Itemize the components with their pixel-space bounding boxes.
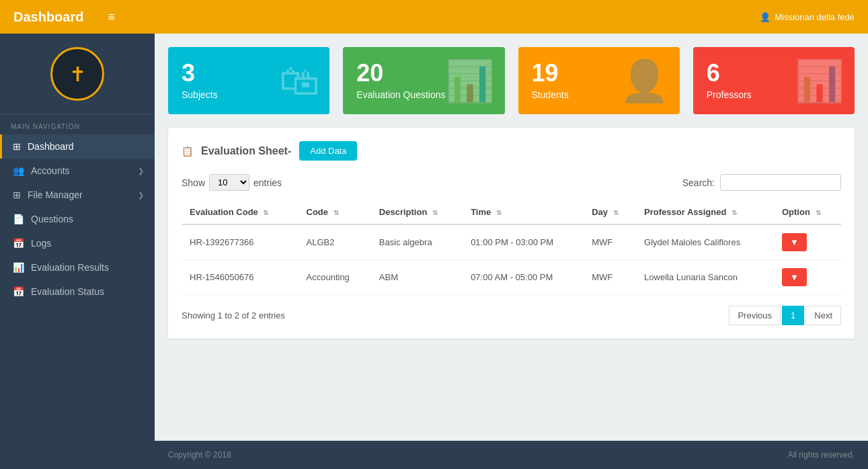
top-header: Dashboard ≡ 👤 Missionari della fede <box>0 0 868 34</box>
students-number: 19 <box>532 61 569 85</box>
add-data-button[interactable]: Add Data <box>299 141 357 161</box>
showing-text: Showing 1 to 2 of 2 entries <box>182 310 285 321</box>
subjects-icon: 🛍 <box>279 58 319 104</box>
logo-icon: ✝ <box>50 47 104 101</box>
col-code: Code ⇅ <box>299 200 371 224</box>
questions-icon: 📄 <box>13 214 24 224</box>
sort-icon: ⇅ <box>432 209 438 216</box>
cell-time: 01:00 PM - 03:00 PM <box>463 224 584 260</box>
table-controls: Show 10 25 50 100 entries Search: <box>182 174 841 191</box>
search-box: Search: <box>682 174 841 191</box>
cell-eval-code: HR-1392677366 <box>182 224 299 260</box>
subjects-label: Subjects <box>182 89 218 100</box>
cell-professor: Lowella Lunaria Sancon <box>636 260 774 295</box>
hamburger-icon[interactable]: ≡ <box>108 10 115 24</box>
col-time: Time ⇅ <box>463 200 584 224</box>
stats-row: 3 Subjects 🛍 20 Evaluation Questions 📊 1… <box>155 34 868 128</box>
cell-description: Basic algebra <box>371 224 463 260</box>
evaluation-table: Evaluation Code ⇅ Code ⇅ Description ⇅ <box>182 200 841 295</box>
table-header-row: Evaluation Code ⇅ Code ⇅ Description ⇅ <box>182 200 841 224</box>
stat-card-subjects: 3 Subjects 🛍 <box>168 47 329 114</box>
cell-option: ▼ <box>774 260 841 295</box>
subjects-number: 3 <box>182 61 218 85</box>
page-1-button[interactable]: 1 <box>782 306 804 325</box>
logs-icon: 📅 <box>13 238 24 249</box>
sidebar-item-label: Questions <box>31 214 73 224</box>
cell-option: ▼ <box>774 224 841 260</box>
cell-description: ABM <box>371 260 463 295</box>
accounts-icon: 👥 <box>13 165 24 176</box>
sidebar-item-label: Evaluation Results <box>31 262 109 273</box>
col-professor: Professor Assigned ⇅ <box>636 200 774 224</box>
option-dropdown-button[interactable]: ▼ <box>782 233 807 251</box>
sidebar-item-questions[interactable]: 📄 Questions <box>0 207 155 231</box>
brand-title: Dashboard <box>13 9 83 25</box>
search-input[interactable] <box>720 174 841 191</box>
sort-icon: ⇅ <box>613 209 619 216</box>
copyright: Copyright © 2018 <box>168 450 231 460</box>
show-entries: Show 10 25 50 100 entries <box>182 174 282 191</box>
sidebar-item-label: Logs <box>31 238 51 249</box>
previous-button[interactable]: Previous <box>729 306 781 325</box>
option-dropdown-button[interactable]: ▼ <box>782 268 807 286</box>
sidebar-item-label: Accounts <box>31 165 70 176</box>
sidebar-item-accounts[interactable]: 👥 Accounts ❯ <box>0 159 155 183</box>
sidebar: ✝ MAIN NAVIGATION ⊞ Dashboard 👥 Accounts… <box>0 34 155 469</box>
rights: All rights reserved. <box>788 450 855 460</box>
professors-icon: 📊 <box>794 57 844 105</box>
cell-eval-code: HR-1546050676 <box>182 260 299 295</box>
col-description: Description ⇅ <box>371 200 463 224</box>
students-icon: 👤 <box>619 57 670 105</box>
sheet-header: 📋 Evaluation Sheet- Add Data <box>182 141 841 161</box>
app-layout: ✝ MAIN NAVIGATION ⊞ Dashboard 👥 Accounts… <box>0 34 868 469</box>
col-day: Day ⇅ <box>584 200 636 224</box>
table-body: HR-1392677366 ALGB2 Basic algebra 01:00 … <box>182 224 841 295</box>
sort-icon: ⇅ <box>263 209 268 216</box>
sheet-title: Evaluation Sheet- <box>201 145 291 157</box>
sheet-icon: 📋 <box>182 146 193 157</box>
sidebar-item-logs[interactable]: 📅 Logs <box>0 231 155 255</box>
cell-code: Accounting <box>299 260 371 295</box>
user-info: 👤 Missionari della fede <box>760 12 855 22</box>
sort-icon: ⇅ <box>816 209 821 216</box>
cell-professor: Glydel Maloles Califlores <box>636 224 774 260</box>
sidebar-item-label: File Manager <box>28 189 83 200</box>
sidebar-logo: ✝ <box>0 34 155 115</box>
user-name: Missionari della fede <box>775 12 855 22</box>
stat-card-professors: 6 Professors 📊 <box>693 47 855 114</box>
pagination-buttons: Previous 1 Next <box>729 306 841 325</box>
chevron-right-icon: ❯ <box>138 167 144 175</box>
content-area: 📋 Evaluation Sheet- Add Data Show 10 25 … <box>168 128 855 339</box>
col-option: Option ⇅ <box>774 200 841 224</box>
entries-label: entries <box>253 177 282 188</box>
eval-questions-number: 20 <box>356 61 445 85</box>
user-avatar-icon: 👤 <box>760 12 771 22</box>
sidebar-item-evaluation-results[interactable]: 📊 Evaluation Results <box>0 255 155 280</box>
sidebar-section-label: MAIN NAVIGATION <box>0 115 155 134</box>
table-row: HR-1546050676 Accounting ABM 07:00 AM - … <box>182 260 841 295</box>
table-row: HR-1392677366 ALGB2 Basic algebra 01:00 … <box>182 224 841 260</box>
sidebar-item-file-manager[interactable]: ⊞ File Manager ❯ <box>0 183 155 207</box>
next-button[interactable]: Next <box>805 306 841 325</box>
file-manager-icon: ⊞ <box>13 189 21 200</box>
eval-status-icon: 📅 <box>13 286 24 297</box>
show-label: Show <box>182 177 205 188</box>
chevron-right-icon: ❯ <box>138 191 144 200</box>
sidebar-item-evaluation-status[interactable]: 📅 Evaluation Status <box>0 280 155 304</box>
entries-select[interactable]: 10 25 50 100 <box>209 174 249 191</box>
sidebar-item-dashboard[interactable]: ⊞ Dashboard <box>0 134 155 159</box>
professors-label: Professors <box>707 89 752 100</box>
sidebar-item-label: Evaluation Status <box>31 286 104 297</box>
professors-number: 6 <box>707 61 752 85</box>
sidebar-item-label: Dashboard <box>28 141 74 152</box>
sort-icon: ⇅ <box>732 209 737 216</box>
search-label: Search: <box>682 177 715 188</box>
sort-icon: ⇅ <box>333 209 339 216</box>
eval-questions-label: Evaluation Questions <box>356 89 445 100</box>
cell-time: 07:00 AM - 05:00 PM <box>463 260 584 295</box>
footer: Copyright © 2018 All rights reserved. <box>155 441 868 469</box>
cell-day: MWF <box>584 260 636 295</box>
students-label: Students <box>532 89 569 100</box>
stat-card-eval-questions: 20 Evaluation Questions 📊 <box>343 47 504 114</box>
pagination-area: Showing 1 to 2 of 2 entries Previous 1 N… <box>182 306 841 325</box>
